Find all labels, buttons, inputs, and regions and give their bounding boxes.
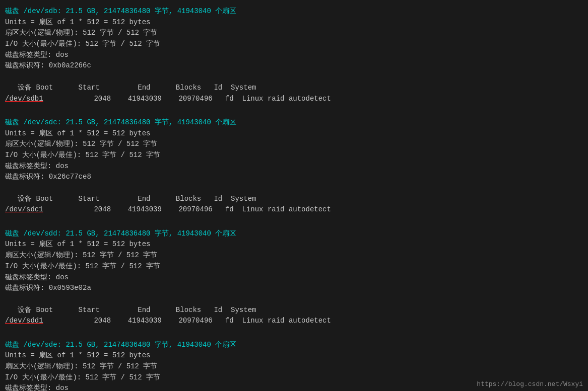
sdc-io-size: I/O 大小(最小/最佳): 512 字节 / 512 字节 [5, 150, 583, 161]
sdb-label-type: 磁盘标签类型: dos [5, 50, 583, 61]
sdd-blank2 [5, 327, 583, 338]
sdd-label-type: 磁盘标签类型: dos [5, 272, 583, 283]
sde-units: Units = 扇区 of 1 * 512 = 512 bytes [5, 350, 583, 361]
sdd-disk-id: 磁盘标识符: 0x0593e02a [5, 283, 583, 294]
sdd-table-header: 设备 Boot Start End Blocks Id System [5, 305, 583, 316]
sdd-blank [5, 294, 583, 305]
sdd-device-row: /dev/sdd1 2048 41943039 20970496 fd Linu… [5, 316, 583, 327]
sdb-device-row: /dev/sdb1 2048 41943039 20970496 fd Linu… [5, 94, 583, 105]
sdc-disk-id: 磁盘标识符: 0x26c77ce8 [5, 172, 583, 183]
sdb-units: Units = 扇区 of 1 * 512 = 512 bytes [5, 17, 583, 28]
sdc-label-type: 磁盘标签类型: dos [5, 161, 583, 172]
sdb-io-size: I/O 大小(最小/最佳): 512 字节 / 512 字节 [5, 39, 583, 50]
sde-disk-info: 磁盘 /dev/sde: 21.5 GB, 21474836480 字节, 41… [5, 340, 583, 351]
sdc-disk-info: 磁盘 /dev/sdc: 21.5 GB, 21474836480 字节, 41… [5, 117, 583, 128]
sde-sector-size: 扇区大小(逻辑/物理): 512 字节 / 512 字节 [5, 361, 583, 372]
sdc-units: Units = 扇区 of 1 * 512 = 512 bytes [5, 128, 583, 139]
sdc-device-row: /dev/sdc1 2048 41943039 20970496 fd Linu… [5, 204, 583, 215]
sdb-sector-size: 扇区大小(逻辑/物理): 512 字节 / 512 字节 [5, 28, 583, 39]
sdb-blank [5, 71, 583, 83]
sdd-disk-info: 磁盘 /dev/sdd: 21.5 GB, 21474836480 字节, 41… [5, 228, 583, 240]
watermark: https://blog.csdn.net/Wsxyi [477, 380, 583, 388]
sdc-sector-size: 扇区大小(逻辑/物理): 512 字节 / 512 字节 [5, 139, 583, 150]
sdd-device-name: /dev/sdd1 [5, 317, 43, 325]
sdd-sector-size: 扇区大小(逻辑/物理): 512 字节 / 512 字节 [5, 250, 583, 261]
sdb-table-header: 设备 Boot Start End Blocks Id System [5, 83, 583, 94]
sdb-disk-id: 磁盘标识符: 0xb0a2266c [5, 60, 583, 71]
sdc-blank2 [5, 215, 583, 226]
sdb-disk-info: 磁盘 /dev/sdb: 21.5 GB, 21474836480 字节, 41… [5, 6, 583, 17]
sdd-units: Units = 扇区 of 1 * 512 = 512 bytes [5, 239, 583, 250]
terminal-window: 磁盘 /dev/sdb: 21.5 GB, 21474836480 字节, 41… [0, 0, 588, 391]
sdd-io-size: I/O 大小(最小/最佳): 512 字节 / 512 字节 [5, 261, 583, 272]
sdc-blank [5, 183, 583, 194]
sdb-device-name: /dev/sdb1 [5, 95, 43, 103]
sdc-table-header: 设备 Boot Start End Blocks Id System [5, 194, 583, 205]
sdc-device-name: /dev/sdc1 [5, 205, 43, 213]
sdb-blank2 [5, 104, 583, 115]
